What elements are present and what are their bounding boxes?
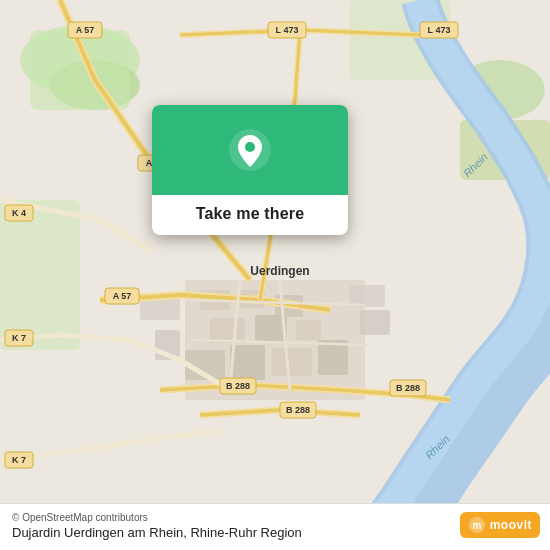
svg-rect-12 bbox=[210, 318, 245, 343]
svg-text:L 473: L 473 bbox=[276, 25, 299, 35]
svg-text:A 57: A 57 bbox=[113, 291, 132, 301]
svg-text:B 288: B 288 bbox=[226, 381, 250, 391]
svg-point-51 bbox=[245, 142, 255, 152]
svg-text:K 4: K 4 bbox=[12, 208, 26, 218]
svg-text:B 288: B 288 bbox=[396, 383, 420, 393]
popup-top bbox=[152, 105, 348, 195]
map-container: L 473 L 473 A 57 A 57 A 57 K 4 K 7 K 7 B… bbox=[0, 0, 550, 550]
take-me-there-button[interactable]: Take me there bbox=[196, 205, 305, 223]
moovit-icon: m bbox=[468, 516, 486, 534]
svg-rect-6 bbox=[0, 200, 80, 350]
svg-text:B 288: B 288 bbox=[286, 405, 310, 415]
svg-text:K 7: K 7 bbox=[12, 455, 26, 465]
moovit-text: moovit bbox=[490, 518, 532, 532]
map-svg: L 473 L 473 A 57 A 57 A 57 K 4 K 7 K 7 B… bbox=[0, 0, 550, 550]
svg-text:L 473: L 473 bbox=[428, 25, 451, 35]
svg-rect-22 bbox=[360, 310, 390, 335]
svg-rect-14 bbox=[296, 320, 321, 340]
popup-bottom: Take me there bbox=[152, 195, 348, 235]
svg-rect-17 bbox=[272, 348, 312, 376]
location-pin-icon bbox=[229, 129, 271, 171]
moovit-logo[interactable]: m moovit bbox=[460, 512, 540, 538]
svg-text:m: m bbox=[472, 520, 481, 531]
svg-rect-16 bbox=[230, 345, 265, 380]
popup-card: Take me there bbox=[152, 105, 348, 235]
svg-text:A 57: A 57 bbox=[76, 25, 95, 35]
svg-text:Uerdingen: Uerdingen bbox=[250, 264, 309, 278]
svg-text:K 7: K 7 bbox=[12, 333, 26, 343]
